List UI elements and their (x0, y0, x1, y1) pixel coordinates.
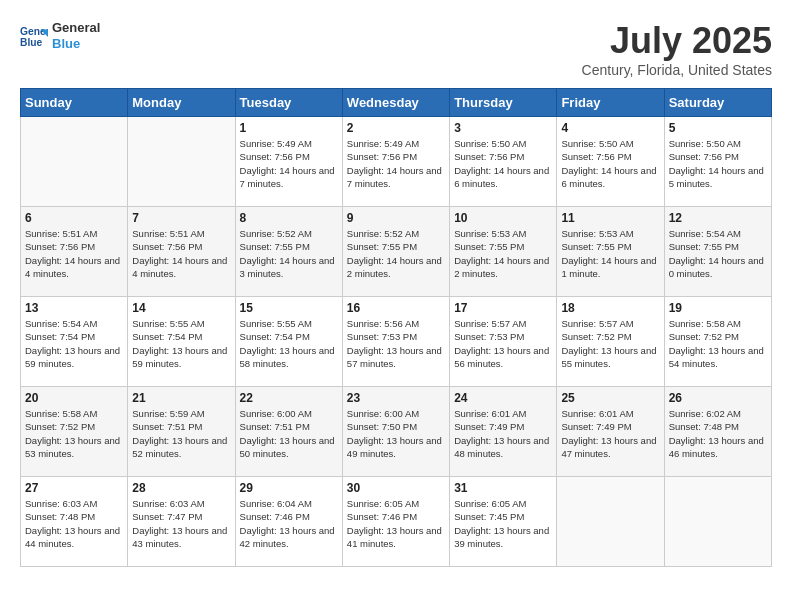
calendar-cell: 7Sunrise: 5:51 AM Sunset: 7:56 PM Daylig… (128, 207, 235, 297)
day-number: 24 (454, 391, 552, 405)
calendar-cell: 18Sunrise: 5:57 AM Sunset: 7:52 PM Dayli… (557, 297, 664, 387)
day-number: 12 (669, 211, 767, 225)
day-number: 9 (347, 211, 445, 225)
calendar-cell (557, 477, 664, 567)
day-info: Sunrise: 5:53 AM Sunset: 7:55 PM Dayligh… (454, 227, 552, 280)
weekday-header-wednesday: Wednesday (342, 89, 449, 117)
calendar-cell: 29Sunrise: 6:04 AM Sunset: 7:46 PM Dayli… (235, 477, 342, 567)
calendar-cell: 9Sunrise: 5:52 AM Sunset: 7:55 PM Daylig… (342, 207, 449, 297)
day-number: 4 (561, 121, 659, 135)
day-info: Sunrise: 5:51 AM Sunset: 7:56 PM Dayligh… (25, 227, 123, 280)
calendar-cell: 20Sunrise: 5:58 AM Sunset: 7:52 PM Dayli… (21, 387, 128, 477)
day-info: Sunrise: 5:50 AM Sunset: 7:56 PM Dayligh… (454, 137, 552, 190)
day-info: Sunrise: 6:03 AM Sunset: 7:48 PM Dayligh… (25, 497, 123, 550)
day-number: 2 (347, 121, 445, 135)
day-info: Sunrise: 5:52 AM Sunset: 7:55 PM Dayligh… (347, 227, 445, 280)
calendar-cell: 15Sunrise: 5:55 AM Sunset: 7:54 PM Dayli… (235, 297, 342, 387)
calendar-cell: 27Sunrise: 6:03 AM Sunset: 7:48 PM Dayli… (21, 477, 128, 567)
calendar-cell: 13Sunrise: 5:54 AM Sunset: 7:54 PM Dayli… (21, 297, 128, 387)
day-info: Sunrise: 5:57 AM Sunset: 7:53 PM Dayligh… (454, 317, 552, 370)
day-info: Sunrise: 5:51 AM Sunset: 7:56 PM Dayligh… (132, 227, 230, 280)
day-info: Sunrise: 5:56 AM Sunset: 7:53 PM Dayligh… (347, 317, 445, 370)
calendar-cell: 16Sunrise: 5:56 AM Sunset: 7:53 PM Dayli… (342, 297, 449, 387)
week-row-2: 6Sunrise: 5:51 AM Sunset: 7:56 PM Daylig… (21, 207, 772, 297)
day-number: 22 (240, 391, 338, 405)
day-number: 15 (240, 301, 338, 315)
week-row-1: 1Sunrise: 5:49 AM Sunset: 7:56 PM Daylig… (21, 117, 772, 207)
calendar-cell: 28Sunrise: 6:03 AM Sunset: 7:47 PM Dayli… (128, 477, 235, 567)
day-info: Sunrise: 6:04 AM Sunset: 7:46 PM Dayligh… (240, 497, 338, 550)
location-subtitle: Century, Florida, United States (582, 62, 772, 78)
calendar-cell: 22Sunrise: 6:00 AM Sunset: 7:51 PM Dayli… (235, 387, 342, 477)
calendar-cell: 19Sunrise: 5:58 AM Sunset: 7:52 PM Dayli… (664, 297, 771, 387)
day-info: Sunrise: 5:49 AM Sunset: 7:56 PM Dayligh… (347, 137, 445, 190)
day-info: Sunrise: 6:00 AM Sunset: 7:50 PM Dayligh… (347, 407, 445, 460)
month-year-title: July 2025 (582, 20, 772, 62)
day-info: Sunrise: 6:02 AM Sunset: 7:48 PM Dayligh… (669, 407, 767, 460)
day-number: 6 (25, 211, 123, 225)
day-info: Sunrise: 5:50 AM Sunset: 7:56 PM Dayligh… (561, 137, 659, 190)
day-info: Sunrise: 6:03 AM Sunset: 7:47 PM Dayligh… (132, 497, 230, 550)
day-number: 31 (454, 481, 552, 495)
weekday-header-row: SundayMondayTuesdayWednesdayThursdayFrid… (21, 89, 772, 117)
day-info: Sunrise: 5:58 AM Sunset: 7:52 PM Dayligh… (25, 407, 123, 460)
day-info: Sunrise: 5:55 AM Sunset: 7:54 PM Dayligh… (132, 317, 230, 370)
calendar-table: SundayMondayTuesdayWednesdayThursdayFrid… (20, 88, 772, 567)
day-number: 14 (132, 301, 230, 315)
day-number: 3 (454, 121, 552, 135)
day-number: 13 (25, 301, 123, 315)
day-number: 27 (25, 481, 123, 495)
week-row-4: 20Sunrise: 5:58 AM Sunset: 7:52 PM Dayli… (21, 387, 772, 477)
day-info: Sunrise: 5:58 AM Sunset: 7:52 PM Dayligh… (669, 317, 767, 370)
day-number: 25 (561, 391, 659, 405)
calendar-cell: 17Sunrise: 5:57 AM Sunset: 7:53 PM Dayli… (450, 297, 557, 387)
logo-text: General Blue (52, 20, 100, 51)
day-info: Sunrise: 6:01 AM Sunset: 7:49 PM Dayligh… (454, 407, 552, 460)
day-info: Sunrise: 5:50 AM Sunset: 7:56 PM Dayligh… (669, 137, 767, 190)
day-number: 7 (132, 211, 230, 225)
day-number: 10 (454, 211, 552, 225)
calendar-cell: 11Sunrise: 5:53 AM Sunset: 7:55 PM Dayli… (557, 207, 664, 297)
day-info: Sunrise: 5:55 AM Sunset: 7:54 PM Dayligh… (240, 317, 338, 370)
day-number: 19 (669, 301, 767, 315)
day-info: Sunrise: 5:59 AM Sunset: 7:51 PM Dayligh… (132, 407, 230, 460)
calendar-cell: 8Sunrise: 5:52 AM Sunset: 7:55 PM Daylig… (235, 207, 342, 297)
calendar-cell: 30Sunrise: 6:05 AM Sunset: 7:46 PM Dayli… (342, 477, 449, 567)
day-info: Sunrise: 5:52 AM Sunset: 7:55 PM Dayligh… (240, 227, 338, 280)
day-number: 16 (347, 301, 445, 315)
calendar-cell: 12Sunrise: 5:54 AM Sunset: 7:55 PM Dayli… (664, 207, 771, 297)
day-info: Sunrise: 6:01 AM Sunset: 7:49 PM Dayligh… (561, 407, 659, 460)
day-info: Sunrise: 6:05 AM Sunset: 7:45 PM Dayligh… (454, 497, 552, 550)
calendar-cell: 24Sunrise: 6:01 AM Sunset: 7:49 PM Dayli… (450, 387, 557, 477)
day-number: 11 (561, 211, 659, 225)
day-number: 26 (669, 391, 767, 405)
calendar-cell: 2Sunrise: 5:49 AM Sunset: 7:56 PM Daylig… (342, 117, 449, 207)
title-section: July 2025 Century, Florida, United State… (582, 20, 772, 78)
calendar-cell: 21Sunrise: 5:59 AM Sunset: 7:51 PM Dayli… (128, 387, 235, 477)
calendar-cell: 1Sunrise: 5:49 AM Sunset: 7:56 PM Daylig… (235, 117, 342, 207)
week-row-5: 27Sunrise: 6:03 AM Sunset: 7:48 PM Dayli… (21, 477, 772, 567)
weekday-header-monday: Monday (128, 89, 235, 117)
day-number: 29 (240, 481, 338, 495)
weekday-header-saturday: Saturday (664, 89, 771, 117)
day-info: Sunrise: 5:54 AM Sunset: 7:54 PM Dayligh… (25, 317, 123, 370)
day-number: 23 (347, 391, 445, 405)
calendar-cell: 6Sunrise: 5:51 AM Sunset: 7:56 PM Daylig… (21, 207, 128, 297)
day-info: Sunrise: 5:53 AM Sunset: 7:55 PM Dayligh… (561, 227, 659, 280)
calendar-cell (664, 477, 771, 567)
calendar-cell: 5Sunrise: 5:50 AM Sunset: 7:56 PM Daylig… (664, 117, 771, 207)
logo: General Blue General Blue (20, 20, 100, 51)
calendar-cell: 23Sunrise: 6:00 AM Sunset: 7:50 PM Dayli… (342, 387, 449, 477)
day-number: 30 (347, 481, 445, 495)
calendar-cell: 31Sunrise: 6:05 AM Sunset: 7:45 PM Dayli… (450, 477, 557, 567)
calendar-cell: 26Sunrise: 6:02 AM Sunset: 7:48 PM Dayli… (664, 387, 771, 477)
day-number: 5 (669, 121, 767, 135)
weekday-header-tuesday: Tuesday (235, 89, 342, 117)
calendar-cell (21, 117, 128, 207)
calendar-cell: 14Sunrise: 5:55 AM Sunset: 7:54 PM Dayli… (128, 297, 235, 387)
day-info: Sunrise: 6:00 AM Sunset: 7:51 PM Dayligh… (240, 407, 338, 460)
calendar-cell: 10Sunrise: 5:53 AM Sunset: 7:55 PM Dayli… (450, 207, 557, 297)
logo-icon: General Blue (20, 22, 48, 50)
day-info: Sunrise: 5:49 AM Sunset: 7:56 PM Dayligh… (240, 137, 338, 190)
day-number: 18 (561, 301, 659, 315)
